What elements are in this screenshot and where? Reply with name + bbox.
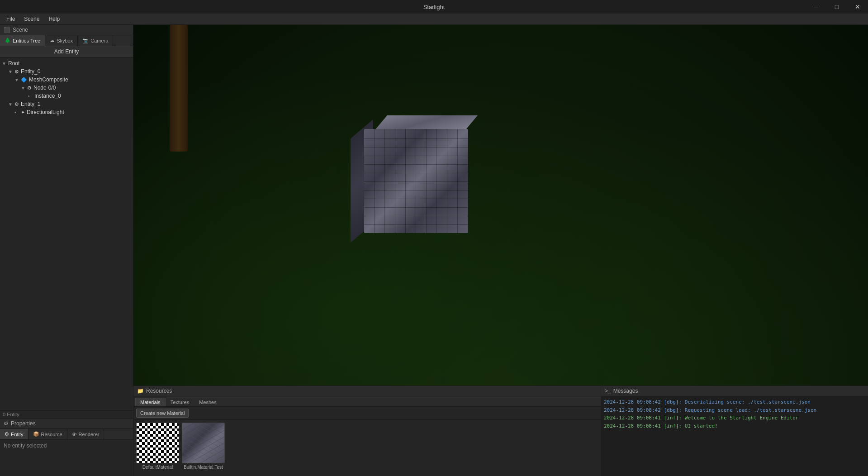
message-line-0: 2024-12-28 09:08:42 [dbg]: Deserializing…: [604, 398, 865, 406]
resources-label: Resources: [146, 388, 172, 394]
prop-tab-renderer[interactable]: 👁 Renderer: [67, 429, 104, 439]
create-material-button[interactable]: Create new Material: [136, 409, 189, 418]
tree-node-entity0[interactable]: ▼ ⚙ Entity_0: [0, 67, 133, 76]
viewport[interactable]: [133, 25, 868, 386]
viewport-background: [133, 25, 868, 386]
material-default[interactable]: DefaultMaterial: [136, 423, 179, 473]
properties-icon: ⚙: [4, 420, 9, 427]
tree-node-entity1[interactable]: ▼ ⚙ Entity_1: [0, 100, 133, 108]
root-label: Root: [8, 60, 19, 67]
tree-node-instance0[interactable]: • Instance_0: [0, 92, 133, 100]
tree-node-root[interactable]: ▼ Root: [0, 59, 133, 67]
prop-resource-icon: 📦: [33, 431, 39, 437]
scene-icon: ⬛: [4, 27, 10, 33]
menu-bar: File Scene Help: [0, 14, 868, 25]
add-entity-button[interactable]: Add Entity: [0, 46, 133, 57]
properties-label: Properties: [11, 420, 36, 427]
builtin-material-thumbnail: [182, 423, 225, 463]
entity0-label: Entity_0: [21, 68, 40, 75]
no-entity-label: No entity selected: [4, 443, 47, 449]
msg-timestamp-3: 2024-12-28 09:08:41: [604, 423, 661, 429]
meshcomposite-label: MeshComposite: [29, 76, 68, 83]
default-material-thumbnail: [136, 423, 179, 463]
resources-toolbar: Create new Material: [133, 407, 601, 420]
title-bar-controls: ─ □ ✕: [806, 0, 868, 14]
resources-panel: 📁 Resources Materials Textures Meshes Cr…: [133, 386, 601, 476]
close-button[interactable]: ✕: [847, 0, 868, 14]
main-layout: ⬛ Scene 🌲 Entities Tree ☁ Skybox 📷 Camer…: [0, 25, 868, 476]
title-bar: Starlight ─ □ ✕: [0, 0, 868, 14]
message-line-1: 2024-12-28 09:08:42 [dbg]: Requesting sc…: [604, 406, 865, 414]
camera-icon: 📷: [82, 38, 89, 43]
prop-renderer-label: Renderer: [79, 432, 100, 437]
properties-tab-row: ⚙ Entity 📦 Resource 👁 Renderer: [0, 429, 133, 440]
stone-cube: [351, 115, 468, 233]
entity-tree: ▼ Root ▼ ⚙ Entity_0 ▼ 🔷 MeshComposite ▼ …: [0, 57, 133, 410]
entity1-icon: ⚙: [14, 101, 19, 107]
message-line-2: 2024-12-28 09:08:41 [inf]: Welcome to th…: [604, 414, 865, 422]
menu-file[interactable]: File: [2, 15, 19, 23]
panel-tab-row: 🌲 Entities Tree ☁ Skybox 📷 Camera: [0, 35, 133, 46]
messages-header: >_ Messages: [601, 386, 868, 396]
tree-trunk: [170, 25, 188, 152]
menu-scene[interactable]: Scene: [19, 15, 44, 23]
menu-help[interactable]: Help: [44, 15, 64, 23]
tree-node-directionallight[interactable]: • ✦ DirectionalLight: [0, 108, 133, 116]
prop-tab-resource[interactable]: 📦 Resource: [28, 429, 67, 439]
stone-pattern: [182, 423, 224, 463]
resources-folder-icon: 📁: [137, 388, 144, 394]
scene-header: ⬛ Scene: [0, 25, 133, 35]
tree-node-meshcomposite[interactable]: ▼ 🔷 MeshComposite: [0, 76, 133, 84]
prop-renderer-icon: 👁: [72, 432, 77, 437]
msg-timestamp-1: 2024-12-28 09:08:42: [604, 407, 661, 413]
builtin-material-label: Builtin.Material.Test: [184, 465, 223, 470]
msg-text-1: [dbg]: Requesting scene load: ./test.sta…: [664, 407, 816, 413]
msg-text-2: [inf]: Welcome to the Starlight Engine E…: [664, 415, 798, 421]
textures-tab-label: Textures: [171, 400, 190, 405]
scene-label: Scene: [13, 27, 28, 33]
left-panel: ⬛ Scene 🌲 Entities Tree ☁ Skybox 📷 Camer…: [0, 25, 133, 476]
maximize-button[interactable]: □: [826, 0, 847, 14]
resources-content: DefaultMaterial Builtin.Material.Test: [133, 420, 601, 476]
cube-front: [364, 129, 468, 233]
default-material-label: DefaultMaterial: [142, 465, 173, 470]
tab-skybox[interactable]: ☁ Skybox: [45, 35, 78, 46]
prop-resource-label: Resource: [41, 432, 62, 437]
minimize-button[interactable]: ─: [806, 0, 826, 14]
messages-content[interactable]: 2024-12-28 09:08:42 [dbg]: Deserializing…: [601, 396, 868, 476]
messages-panel: >_ Messages 2024-12-28 09:08:42 [dbg]: D…: [601, 386, 868, 476]
properties-panel: ⚙ Properties ⚙ Entity 📦 Resource 👁 Rende…: [0, 418, 133, 476]
dirlight-label: DirectionalLight: [27, 109, 64, 115]
entity0-icon: ⚙: [14, 69, 19, 75]
tab-entities-tree[interactable]: 🌲 Entities Tree: [0, 35, 45, 46]
instance0-label: Instance_0: [34, 93, 61, 99]
message-line-3: 2024-12-28 09:08:41 [inf]: UI started!: [604, 422, 865, 430]
entities-tree-label: Entities Tree: [13, 38, 40, 43]
resources-header: 📁 Resources: [133, 386, 601, 396]
resources-tab-row: Materials Textures Meshes: [133, 396, 601, 407]
checker-pattern: [137, 423, 179, 463]
tab-camera[interactable]: 📷 Camera: [78, 35, 113, 46]
msg-text-3: [inf]: UI started!: [664, 423, 717, 429]
res-tab-materials[interactable]: Materials: [135, 398, 166, 406]
skybox-icon: ☁: [50, 38, 55, 43]
skybox-label: Skybox: [57, 38, 73, 43]
properties-content: No entity selected: [0, 440, 133, 476]
msg-timestamp-2: 2024-12-28 09:08:41: [604, 415, 661, 421]
materials-tab-label: Materials: [140, 400, 161, 405]
prop-tab-entity[interactable]: ⚙ Entity: [0, 429, 28, 439]
node00-label: Node-0/0: [33, 85, 56, 91]
prop-entity-icon: ⚙: [5, 431, 9, 437]
msg-text-0: [dbg]: Deserializing scene: ./test.stars…: [664, 399, 811, 405]
material-builtin-test[interactable]: Builtin.Material.Test: [182, 423, 225, 473]
meshcomposite-icon: 🔷: [21, 77, 27, 83]
right-area: 📁 Resources Materials Textures Meshes Cr…: [133, 25, 868, 476]
tree-node-node00[interactable]: ▼ ⚙ Node-0/0: [0, 84, 133, 92]
res-tab-meshes[interactable]: Meshes: [194, 398, 222, 406]
prop-entity-label: Entity: [11, 432, 24, 437]
entities-tree-icon: 🌲: [5, 38, 11, 43]
res-tab-textures[interactable]: Textures: [166, 398, 194, 406]
messages-terminal-icon: >_: [605, 388, 611, 394]
entity1-label: Entity_1: [21, 101, 40, 107]
properties-header: ⚙ Properties: [0, 419, 133, 429]
